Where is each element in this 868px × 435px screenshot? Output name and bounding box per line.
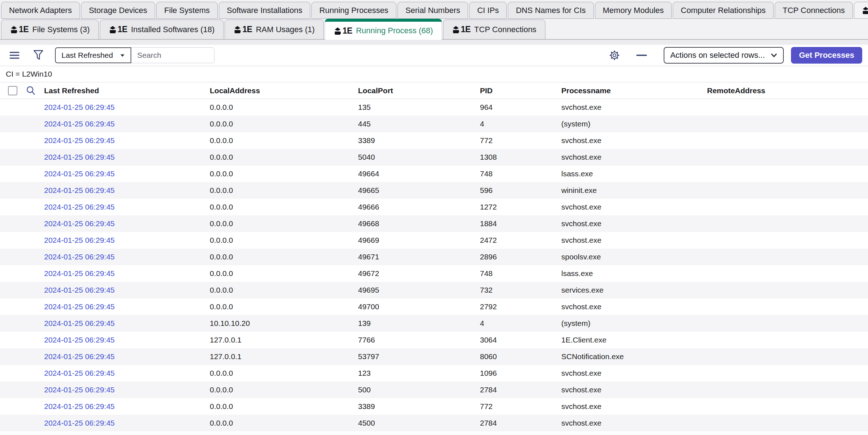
tab-label: DNS Names for CIs <box>516 6 586 15</box>
last-refreshed-link[interactable]: 2024-01-25 06:29:45 <box>44 253 115 261</box>
table-row: 2024-01-25 06:29:450.0.0.0496681884svcho… <box>0 215 868 232</box>
secondary-tab-running-process-68[interactable]: 1ERunning Process (68) <box>325 19 442 40</box>
last-refreshed-link[interactable]: 2024-01-25 06:29:45 <box>44 219 115 228</box>
pid-cell: 2792 <box>480 302 561 311</box>
local-port-cell: 4500 <box>358 419 480 427</box>
last-refreshed-link[interactable]: 2024-01-25 06:29:45 <box>44 236 115 244</box>
pid-cell: 732 <box>480 286 561 294</box>
ci-context-bar: CI = L2Win10 <box>0 66 868 82</box>
local-address-cell: 0.0.0.0 <box>210 253 358 261</box>
table-header-row: Last Refreshed LocalAddress LocalPort PI… <box>0 82 868 99</box>
last-refreshed-link[interactable]: 2024-01-25 06:29:45 <box>44 419 115 427</box>
column-header-processname[interactable]: Processname <box>561 86 707 95</box>
strip-divider <box>0 40 868 45</box>
local-address-cell: 127.0.0.1 <box>210 336 358 344</box>
last-refreshed-link[interactable]: 2024-01-25 06:29:45 <box>44 369 115 377</box>
primary-tab-ci-ips[interactable]: CI IPs <box>469 2 507 19</box>
column-header-local-address[interactable]: LocalAddress <box>210 86 358 95</box>
tab-label: Memory Modules <box>603 6 664 15</box>
table-row: 2024-01-25 06:29:450.0.0.0496661272svcho… <box>0 199 868 215</box>
actions-select[interactable]: Actions on selected rows... <box>664 47 784 64</box>
primary-tab-network-adapters[interactable]: Network Adapters <box>1 2 80 19</box>
gear-icon[interactable] <box>609 49 620 61</box>
pid-cell: 772 <box>480 402 561 411</box>
tab-label: CI IPs <box>477 6 499 15</box>
last-refreshed-link[interactable]: 2024-01-25 06:29:45 <box>44 120 115 128</box>
local-port-cell: 123 <box>358 369 480 378</box>
last-refreshed-link[interactable]: 2024-01-25 06:29:45 <box>44 169 115 178</box>
local-address-cell: 0.0.0.0 <box>210 153 358 161</box>
primary-tab-computer-relationships[interactable]: Computer Relationships <box>673 2 774 19</box>
table-row: 2024-01-25 06:29:450.0.0.0135964svchost.… <box>0 99 868 116</box>
last-refreshed-link[interactable]: 2024-01-25 06:29:45 <box>44 319 115 327</box>
pid-cell: 748 <box>480 269 561 278</box>
table-row: 2024-01-25 06:29:450.0.0.045002784svchos… <box>0 415 868 431</box>
last-refreshed-link[interactable]: 2024-01-25 06:29:45 <box>44 153 115 161</box>
chevron-down-icon <box>771 53 777 57</box>
local-port-cell: 49664 <box>358 169 480 178</box>
filter-icon[interactable] <box>33 50 43 61</box>
one-e-logo-icon: 1E <box>452 25 471 34</box>
secondary-tab-installed-softwares-18[interactable]: 1EInstalled Softwares (18) <box>100 20 224 39</box>
pid-cell: 1308 <box>480 153 561 161</box>
primary-tab-storage-devices[interactable]: Storage Devices <box>81 2 155 19</box>
primary-tab-memory-modules[interactable]: Memory Modules <box>595 2 672 19</box>
processname-cell: svchost.exe <box>561 236 707 245</box>
column-header-last-refreshed[interactable]: Last Refreshed <box>44 86 210 95</box>
last-refreshed-link[interactable]: 2024-01-25 06:29:45 <box>44 386 115 394</box>
minimize-icon[interactable] <box>636 54 647 56</box>
menu-icon[interactable] <box>9 51 20 60</box>
tab-label: Computer Relationships <box>681 6 766 15</box>
last-refreshed-link[interactable]: 2024-01-25 06:29:45 <box>44 203 115 211</box>
last-refreshed-link[interactable]: 2024-01-25 06:29:45 <box>44 186 115 194</box>
table-header-selcol <box>0 85 44 96</box>
tab-label: Serial Numbers <box>405 6 460 15</box>
get-processes-button[interactable]: Get Processes <box>791 47 862 64</box>
primary-tab-ci-ips-2[interactable]: 1ECI IPs (2) <box>854 2 868 19</box>
column-header-local-port[interactable]: LocalPort <box>358 86 480 95</box>
primary-tab-serial-numbers[interactable]: Serial Numbers <box>397 2 468 19</box>
primary-tab-running-processes[interactable]: Running Processes <box>311 2 396 19</box>
table-row: 2024-01-25 06:29:450.0.0.05002784svchost… <box>0 382 868 398</box>
table-row: 2024-01-25 06:29:450.0.0.01231096svchost… <box>0 365 868 382</box>
pid-cell: 2784 <box>480 386 561 394</box>
secondary-tab-file-systems-3[interactable]: 1EFile Systems (3) <box>1 20 99 39</box>
secondary-tab-ram-usages-1[interactable]: 1ERAM Usages (1) <box>225 20 324 39</box>
primary-tab-tcp-connections[interactable]: TCP Connections <box>775 2 853 19</box>
search-field-dropdown[interactable]: Last Refreshed <box>55 47 131 63</box>
local-address-cell: 0.0.0.0 <box>210 402 358 411</box>
local-address-cell: 0.0.0.0 <box>210 286 358 294</box>
local-address-cell: 0.0.0.0 <box>210 169 358 178</box>
column-header-remote-address[interactable]: RemoteAddress <box>707 86 868 95</box>
last-refreshed-link[interactable]: 2024-01-25 06:29:45 <box>44 103 115 111</box>
secondary-tab-tcp-connections[interactable]: 1ETCP Connections <box>443 20 545 39</box>
pid-cell: 748 <box>480 169 561 178</box>
last-refreshed-link[interactable]: 2024-01-25 06:29:45 <box>44 269 115 277</box>
tab-label: Software Installations <box>227 6 302 15</box>
local-port-cell: 49695 <box>358 286 480 294</box>
tab-label: TCP Connections <box>474 25 536 34</box>
last-refreshed-link[interactable]: 2024-01-25 06:29:45 <box>44 402 115 410</box>
ci-label: CI = L2Win10 <box>6 70 52 78</box>
search-icon[interactable] <box>25 85 36 96</box>
processname-cell: svchost.exe <box>561 153 707 161</box>
processname-cell: 1E.Client.exe <box>561 336 707 344</box>
processname-cell: lsass.exe <box>561 269 707 278</box>
last-refreshed-link[interactable]: 2024-01-25 06:29:45 <box>44 352 115 361</box>
primary-tab-dns-names-for-cis[interactable]: DNS Names for CIs <box>508 2 593 19</box>
table-row: 2024-01-25 06:29:45127.0.0.1537978060SCN… <box>0 348 868 365</box>
search-input[interactable] <box>131 47 214 63</box>
processname-cell: svchost.exe <box>561 203 707 211</box>
column-header-pid[interactable]: PID <box>480 86 561 95</box>
table-row: 2024-01-25 06:29:450.0.0.0497002792svcho… <box>0 298 868 315</box>
search-field-dropdown-value: Last Refreshed <box>61 51 113 60</box>
last-refreshed-link[interactable]: 2024-01-25 06:29:45 <box>44 302 115 311</box>
secondary-tab-strip: 1EFile Systems (3)1EInstalled Softwares … <box>0 19 868 40</box>
primary-tab-file-systems[interactable]: File Systems <box>156 2 218 19</box>
last-refreshed-link[interactable]: 2024-01-25 06:29:45 <box>44 136 115 145</box>
table-row: 2024-01-25 06:29:450.0.0.0496692472svcho… <box>0 232 868 249</box>
select-all-checkbox[interactable] <box>8 86 17 95</box>
primary-tab-software-installations[interactable]: Software Installations <box>219 2 310 19</box>
last-refreshed-link[interactable]: 2024-01-25 06:29:45 <box>44 336 115 344</box>
last-refreshed-link[interactable]: 2024-01-25 06:29:45 <box>44 286 115 294</box>
